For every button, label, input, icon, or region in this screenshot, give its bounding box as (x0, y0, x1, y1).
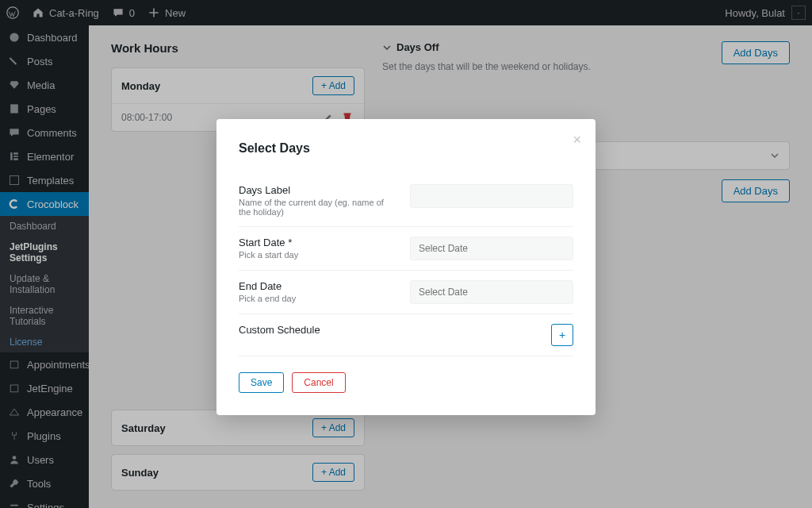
close-icon[interactable]: × (573, 132, 581, 148)
field-hint: Name of the current day (eg. name of the… (239, 198, 397, 217)
field-hint: Pick a start day (239, 250, 397, 260)
start-date-input[interactable] (410, 237, 573, 260)
field-hint: Pick a end day (239, 294, 397, 303)
field-label: End Date (239, 280, 397, 292)
add-custom-schedule-button[interactable]: + (551, 324, 573, 346)
days-label-input[interactable] (410, 184, 573, 208)
save-button[interactable]: Save (239, 372, 284, 393)
field-label: Start Date * (239, 237, 397, 248)
field-label: Days Label (239, 184, 397, 196)
field-label: Custom Schedule (239, 324, 397, 336)
select-days-modal: × Select Days Days Label Name of the cur… (216, 119, 596, 415)
modal-title: Select Days (239, 141, 573, 156)
end-date-input[interactable] (410, 280, 573, 304)
modal-overlay[interactable]: × Select Days Days Label Name of the cur… (0, 0, 812, 508)
cancel-button[interactable]: Cancel (292, 372, 345, 393)
